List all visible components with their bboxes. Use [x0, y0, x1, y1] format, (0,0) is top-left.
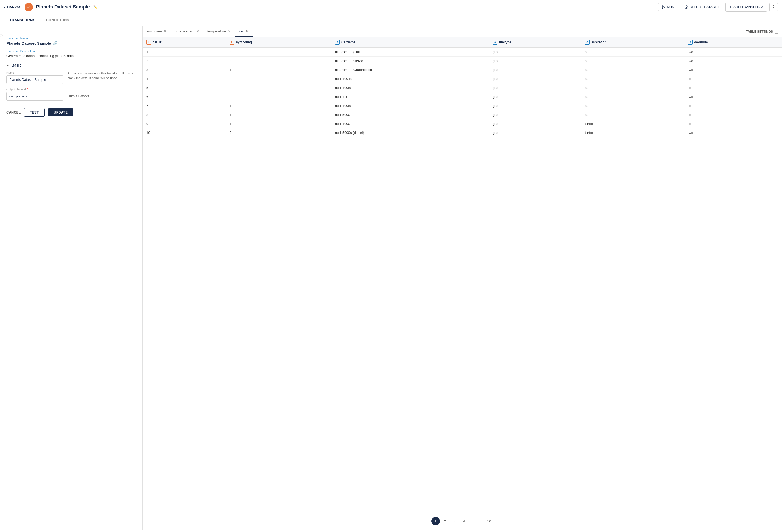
dataset-tab-only-numer[interactable]: only_nume... ✕	[170, 26, 203, 37]
transform-desc-section: Transform Description Generates a datase…	[6, 50, 136, 58]
table-row: 81audi 5000gasstdfour	[143, 110, 782, 119]
col-type-icon-symboling: L	[229, 40, 234, 45]
close-employee-tab[interactable]: ✕	[164, 30, 166, 33]
col-type-icon-aspiration: A	[585, 40, 590, 45]
table-header-row: Lcar_ID Lsymboling ACarName Afueltype Aa	[143, 37, 782, 47]
form-hints: Add a custom name for this transform. If…	[68, 71, 136, 99]
page-2-button[interactable]: 2	[441, 517, 450, 525]
more-options-button[interactable]: ⋮	[769, 3, 778, 11]
table-settings-button[interactable]: TABLE SETTINGS	[742, 28, 782, 36]
close-temperature-tab[interactable]: ✕	[228, 30, 230, 33]
transform-name-label: Transform Name	[6, 37, 136, 40]
right-panel: employee ✕ only_nume... ✕ temperature ✕ …	[143, 26, 782, 530]
cell-aspiration: std	[581, 74, 684, 83]
transform-name-section: Transform Name Planets Dataset Sample 🔗	[6, 37, 136, 45]
output-dataset-hint: Output Dataset	[68, 94, 136, 99]
table-row: 62audi foxgasstdtwo	[143, 92, 782, 101]
cell-car_id: 10	[143, 128, 226, 137]
col-header-aspiration: Aaspiration	[581, 37, 684, 47]
cell-doornum: two	[684, 47, 782, 56]
dataset-tab-car[interactable]: car ✕	[235, 26, 253, 37]
table-row: 52audi 100lsgasstdfour	[143, 83, 782, 92]
close-only-numer-tab[interactable]: ✕	[197, 30, 199, 33]
cell-aspiration: std	[581, 101, 684, 110]
next-page-button[interactable]: ›	[494, 517, 503, 525]
close-car-tab[interactable]: ✕	[246, 30, 248, 33]
col-header-doornum: Adoornum	[684, 37, 782, 47]
col-type-icon-carname: A	[335, 40, 340, 45]
cell-fueltype: gas	[489, 66, 581, 74]
table-row: 31alfa-romero Quadrifogliogasstdtwo	[143, 66, 782, 74]
canvas-back-button[interactable]: ‹ CANVAS	[4, 5, 22, 9]
cell-doornum: two	[684, 56, 782, 66]
cell-doornum: two	[684, 92, 782, 101]
cell-carname: alfa-romero stelvio	[331, 56, 489, 66]
cell-carname: audi 4000	[331, 119, 489, 128]
collapse-panel-button[interactable]: ‹	[0, 34, 3, 40]
cell-carname: alfa-romero giulia	[331, 47, 489, 56]
output-dataset-label: Output Dataset *	[6, 88, 63, 91]
select-dataset-button[interactable]: SELECT DATASET	[681, 3, 723, 11]
cell-carname: audi fox	[331, 92, 489, 101]
cell-doornum: four	[684, 101, 782, 110]
cell-symboling: 1	[226, 101, 331, 110]
main-content: ‹ Transform Name Planets Dataset Sample …	[0, 26, 782, 530]
run-button[interactable]: RUN	[658, 3, 678, 11]
cell-symboling: 2	[226, 83, 331, 92]
data-table: Lcar_ID Lsymboling ACarName Afueltype Aa	[143, 37, 782, 137]
more-dots-icon: ⋮	[771, 4, 776, 10]
left-panel: ‹ Transform Name Planets Dataset Sample …	[0, 26, 143, 530]
data-table-wrap: Lcar_ID Lsymboling ACarName Afueltype Aa	[143, 37, 782, 513]
cell-car_id: 6	[143, 92, 226, 101]
page-ellipsis: ...	[479, 519, 484, 523]
cell-fueltype: gas	[489, 101, 581, 110]
dataset-tab-temperature[interactable]: temperature ✕	[203, 26, 235, 37]
svg-point-0	[27, 5, 31, 9]
cell-car_id: 4	[143, 74, 226, 83]
name-hint: Add a custom name for this transform. If…	[68, 71, 136, 80]
page-4-button[interactable]: 4	[460, 517, 468, 525]
cell-doornum: two	[684, 66, 782, 74]
page-1-button[interactable]: 1	[431, 517, 440, 525]
table-row: 23alfa-romero stelviogasstdtwo	[143, 56, 782, 66]
name-field-group: Name Output Dataset *	[6, 71, 63, 101]
cell-aspiration: turbo	[581, 128, 684, 137]
cell-aspiration: std	[581, 110, 684, 119]
test-button[interactable]: TEST	[24, 108, 45, 117]
tab-conditions[interactable]: CONDITIONS	[41, 14, 74, 26]
add-transform-button[interactable]: + ADD TRANSFORM	[725, 3, 768, 12]
cell-fueltype: gas	[489, 74, 581, 83]
col-header-car-id: Lcar_ID	[143, 37, 226, 47]
cell-symboling: 1	[226, 119, 331, 128]
required-indicator: *	[27, 88, 28, 91]
dataset-title: Planets Dataset Sample	[36, 4, 90, 10]
update-button[interactable]: UPDATE	[48, 108, 73, 116]
cell-doornum: four	[684, 74, 782, 83]
name-input[interactable]	[6, 75, 63, 84]
transform-desc-value: Generates a dataset containing planets d…	[6, 54, 136, 58]
dataset-tabs: employee ✕ only_nume... ✕ temperature ✕ …	[143, 26, 782, 37]
tab-transforms[interactable]: TRANSFORMS	[4, 14, 41, 26]
edit-icon[interactable]: ✏️	[93, 5, 98, 9]
cell-fueltype: gas	[489, 119, 581, 128]
page-3-button[interactable]: 3	[451, 517, 459, 525]
cell-carname: audi 100 ls	[331, 74, 489, 83]
prev-page-button[interactable]: ‹	[422, 517, 430, 525]
run-icon	[662, 5, 665, 9]
basic-section-label: Basic	[12, 63, 22, 67]
col-header-carname: ACarName	[331, 37, 489, 47]
output-dataset-input[interactable]	[6, 92, 63, 101]
cell-symboling: 1	[226, 110, 331, 119]
plus-icon: +	[730, 5, 732, 9]
basic-section-header[interactable]: ▲ Basic	[6, 63, 136, 67]
page-5-button[interactable]: 5	[469, 517, 478, 525]
cell-fueltype: gas	[489, 128, 581, 137]
page-10-button[interactable]: 10	[485, 517, 493, 525]
cell-symboling: 3	[226, 56, 331, 66]
cell-aspiration: std	[581, 56, 684, 66]
table-body: 13alfa-romero giuliagasstdtwo23alfa-rome…	[143, 47, 782, 137]
dataset-tab-employee[interactable]: employee ✕	[143, 26, 170, 37]
cancel-button[interactable]: CANCEL	[6, 110, 21, 114]
col-type-icon-car-id: L	[146, 40, 151, 45]
cell-aspiration: turbo	[581, 119, 684, 128]
